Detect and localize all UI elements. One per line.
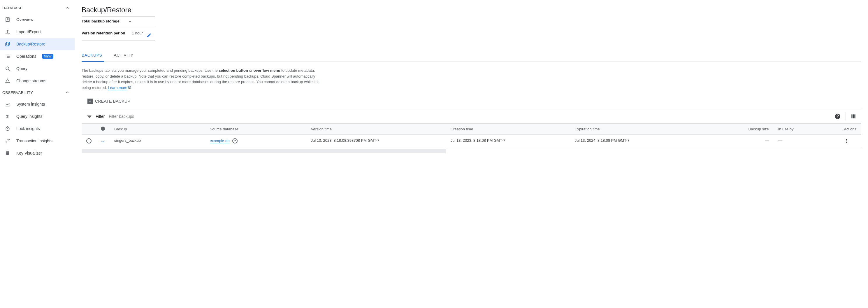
grid-icon bbox=[5, 150, 10, 156]
nav-section-database[interactable]: DATABASE bbox=[0, 2, 74, 13]
sidebar-item-label: Backup/Restore bbox=[16, 42, 45, 46]
page-title: Backup/Restore bbox=[82, 6, 861, 14]
cell-in-use-by: — bbox=[774, 135, 839, 148]
filter-label: Filter bbox=[96, 114, 105, 119]
row-actions-menu[interactable] bbox=[844, 138, 856, 143]
line-chart-icon bbox=[5, 102, 10, 107]
help-badge-icon[interactable]: ? bbox=[232, 138, 238, 143]
info-value: -- bbox=[129, 17, 146, 26]
info-row-retention: Version retention period 1 hour bbox=[82, 26, 155, 40]
nav-section-observability[interactable]: OBSERVABILITY bbox=[0, 87, 74, 98]
col-creation-time[interactable]: Creation time bbox=[446, 124, 570, 135]
info-label: Version retention period bbox=[82, 26, 129, 40]
col-backup[interactable]: Backup bbox=[110, 124, 205, 135]
sidebar-item-label: Change streams bbox=[16, 79, 46, 83]
divider bbox=[845, 112, 846, 120]
col-status bbox=[96, 124, 110, 135]
cell-creation-time: Jul 13, 2023, 8:18:08 PM GMT-7 bbox=[446, 135, 570, 148]
chevron-up-icon bbox=[65, 90, 70, 95]
svg-rect-33 bbox=[851, 114, 852, 118]
svg-point-38 bbox=[846, 142, 847, 143]
sidebar-item-query[interactable]: Query bbox=[0, 62, 74, 75]
sidebar-item-label: Query insights bbox=[16, 114, 42, 119]
sidebar-item-label: Operations bbox=[16, 54, 36, 59]
sidebar-item-label: Lock insights bbox=[16, 126, 40, 131]
tab-backups[interactable]: BACKUPS bbox=[82, 49, 104, 62]
sidebar-item-system-insights[interactable]: System insights bbox=[0, 98, 74, 110]
sidebar-item-change-streams[interactable]: Change streams bbox=[0, 75, 74, 87]
col-expiration-time[interactable]: Expiration time bbox=[570, 124, 694, 135]
sidebar: DATABASE Overview Import/Export Backup/R… bbox=[0, 0, 74, 159]
filter-input[interactable] bbox=[108, 114, 831, 119]
table-row: singers_backup example-db ? Jul 13, 2023… bbox=[82, 135, 861, 148]
svg-rect-5 bbox=[6, 42, 10, 45]
main-content: Backup/Restore Total backup storage -- V… bbox=[74, 0, 868, 159]
create-backup-button[interactable]: CREATE BACKUP bbox=[84, 96, 134, 106]
col-backup-size[interactable]: Backup size bbox=[694, 124, 774, 135]
filter-icon[interactable] bbox=[86, 113, 92, 119]
svg-rect-35 bbox=[854, 114, 855, 118]
list-icon bbox=[5, 54, 10, 59]
description-text: The backups tab lets you manage your com… bbox=[82, 68, 321, 90]
sidebar-item-label: Transaction insights bbox=[16, 139, 53, 143]
svg-point-37 bbox=[846, 141, 847, 141]
backup-icon bbox=[5, 41, 10, 47]
row-select[interactable] bbox=[82, 135, 96, 148]
col-actions: Actions bbox=[839, 124, 861, 135]
sidebar-item-backup-restore[interactable]: Backup/Restore bbox=[0, 38, 74, 50]
cell-expiration-time: Jul 13, 2024, 8:18:08 PM GMT-7 bbox=[570, 135, 694, 148]
source-db-link[interactable]: example-db bbox=[210, 139, 230, 143]
svg-rect-4 bbox=[5, 43, 9, 46]
info-value: 1 hour bbox=[129, 26, 146, 40]
help-icon[interactable] bbox=[835, 113, 841, 119]
bar-chart-icon bbox=[5, 114, 10, 119]
overview-icon bbox=[5, 17, 10, 22]
create-backup-label: CREATE BACKUP bbox=[95, 99, 130, 104]
sidebar-item-label: Key Visualizer bbox=[16, 151, 42, 156]
edit-icon[interactable] bbox=[146, 33, 152, 38]
new-badge: NEW bbox=[42, 54, 53, 59]
sidebar-item-label: System insights bbox=[16, 102, 45, 107]
sidebar-item-label: Query bbox=[16, 66, 27, 71]
filter-bar: Filter bbox=[82, 109, 861, 124]
col-select bbox=[82, 124, 96, 135]
cell-backup-size: — bbox=[694, 135, 774, 148]
info-row-storage: Total backup storage -- bbox=[82, 17, 155, 26]
svg-point-12 bbox=[6, 67, 9, 70]
svg-point-36 bbox=[846, 139, 847, 140]
change-icon bbox=[5, 78, 10, 83]
sidebar-item-lock-insights[interactable]: Lock insights bbox=[0, 122, 74, 135]
col-in-use-by[interactable]: In use by bbox=[774, 124, 839, 135]
col-version-time[interactable]: Version time bbox=[306, 124, 446, 135]
svg-rect-34 bbox=[853, 114, 854, 118]
sidebar-item-transaction-insights[interactable]: Transaction insights bbox=[0, 135, 74, 147]
cell-actions bbox=[839, 135, 861, 148]
info-label: Total backup storage bbox=[82, 17, 129, 26]
tabs: BACKUPS ACTIVITY bbox=[82, 49, 861, 62]
columns-icon[interactable] bbox=[850, 113, 856, 119]
sidebar-item-label: Overview bbox=[16, 17, 33, 22]
info-table: Total backup storage -- Version retentio… bbox=[82, 16, 155, 40]
row-status bbox=[96, 135, 110, 148]
sidebar-item-operations[interactable]: Operations NEW bbox=[0, 50, 74, 62]
tab-activity[interactable]: ACTIVITY bbox=[114, 49, 135, 62]
cell-version-time: Jul 13, 2023, 8:18:08.398708 PM GMT-7 bbox=[306, 135, 446, 148]
backups-table: Backup Source database Version time Crea… bbox=[82, 124, 861, 148]
sidebar-item-overview[interactable]: Overview bbox=[0, 13, 74, 26]
learn-more-link[interactable]: Learn more bbox=[108, 85, 127, 90]
stopwatch-icon bbox=[5, 126, 10, 131]
svg-line-13 bbox=[8, 69, 9, 70]
sidebar-item-import-export[interactable]: Import/Export bbox=[0, 26, 74, 38]
svg-line-30 bbox=[129, 86, 131, 87]
col-source[interactable]: Source database bbox=[205, 124, 306, 135]
chevron-up-icon bbox=[65, 5, 70, 10]
radio-icon bbox=[86, 138, 92, 143]
sidebar-item-key-visualizer[interactable]: Key Visualizer bbox=[0, 147, 74, 159]
plus-icon bbox=[88, 99, 93, 104]
sidebar-item-label: Import/Export bbox=[16, 29, 41, 34]
status-dot-icon bbox=[101, 127, 105, 131]
horizontal-scrollbar[interactable] bbox=[82, 149, 446, 153]
external-link-icon bbox=[128, 86, 131, 90]
upload-icon bbox=[5, 29, 10, 34]
sidebar-item-query-insights[interactable]: Query insights bbox=[0, 110, 74, 122]
